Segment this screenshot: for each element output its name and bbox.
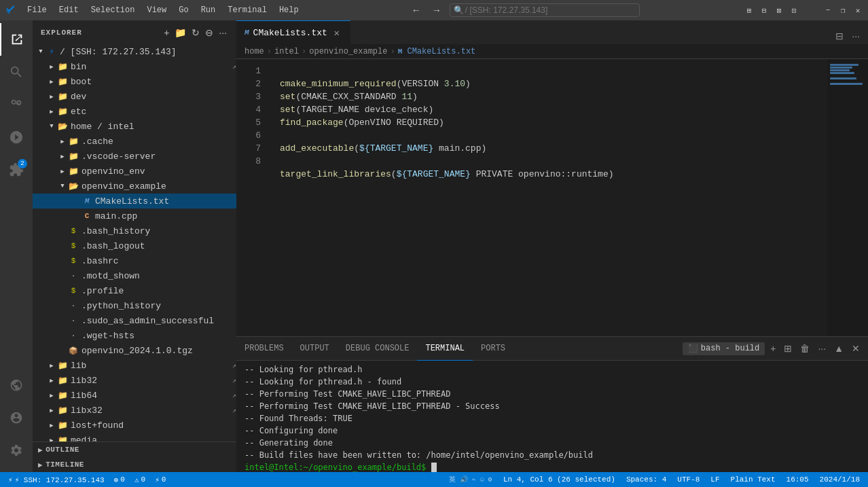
- tab-cmakelists-close[interactable]: ✕: [331, 27, 342, 38]
- window-close-button[interactable]: ✕: [853, 5, 863, 15]
- layout-button-2[interactable]: ⊟: [759, 5, 769, 15]
- new-file-button[interactable]: +: [162, 26, 170, 39]
- window-minimize-button[interactable]: −: [823, 5, 833, 15]
- tree-item-main-cpp[interactable]: ▶ C main.cpp: [33, 209, 236, 223]
- more-panel-button[interactable]: ···: [815, 340, 829, 357]
- cursor-position-status[interactable]: Ln 4, Col 6 (26 selected): [501, 472, 618, 487]
- menu-help[interactable]: Help: [274, 4, 304, 16]
- sidebar-sections: ▶ OUTLINE ▶ TIMELINE: [33, 441, 236, 472]
- tree-item-lib[interactable]: ▶ 📁 lib ↗: [33, 358, 236, 373]
- tree-item-bin[interactable]: ▶ 📁 bin ↗: [33, 59, 236, 74]
- timeline-section-header[interactable]: ▶ TIMELINE: [33, 457, 236, 472]
- split-terminal-button[interactable]: ⊞: [781, 340, 795, 357]
- encoding-status[interactable]: UTF-8: [674, 472, 702, 487]
- terminal-instance[interactable]: ⬛ bash - build: [683, 342, 765, 355]
- account-icon[interactable]: [0, 401, 33, 434]
- activity-extensions[interactable]: 2: [0, 154, 33, 186]
- tree-item-media[interactable]: ▶ 📁 media: [33, 433, 236, 441]
- tree-item-openvino-tgz[interactable]: ▶ 📦 openvino_2024.1.0.tgz: [33, 343, 236, 358]
- tree-item-sudo[interactable]: ▶ · .sudo_as_admin_successful: [33, 313, 236, 328]
- activity-run-debug[interactable]: [0, 121, 33, 154]
- collapse-all-button[interactable]: ⊖: [204, 26, 215, 39]
- panel-tab-ports[interactable]: PORTS: [473, 337, 513, 361]
- tree-item-wget[interactable]: ▶ · .wget-hsts: [33, 328, 236, 343]
- layout-button-4[interactable]: ⊡: [789, 5, 799, 15]
- tree-item-etc[interactable]: ▶ 📁 etc: [33, 104, 236, 119]
- menu-view[interactable]: View: [141, 4, 172, 16]
- panel-tab-debug-console[interactable]: DEBUG CONSOLE: [338, 337, 418, 361]
- tree-item-lost-found[interactable]: ▶ 📁 lost+found: [33, 418, 236, 433]
- menu-edit[interactable]: Edit: [54, 4, 84, 16]
- layout-button-3[interactable]: ⊠: [774, 5, 784, 15]
- more-actions-button[interactable]: ···: [217, 26, 228, 39]
- remote-info-icon: ⚡: [155, 475, 160, 484]
- tree-item-openvino-example[interactable]: ▼ 📂 openvino_example: [33, 179, 236, 194]
- tree-item-dev[interactable]: ▶ 📁 dev: [33, 89, 236, 104]
- tree-item-lib32[interactable]: ▶ 📁 lib32 ↗: [33, 373, 236, 388]
- bin-chevron: ▶: [46, 63, 57, 71]
- activity-source-control[interactable]: [0, 88, 33, 121]
- breadcrumb-cmake[interactable]: M CMakeLists.txt: [398, 47, 476, 56]
- panel-tab-terminal[interactable]: TERMINAL: [417, 337, 473, 361]
- global-search-input[interactable]: [450, 3, 640, 17]
- layout-button-1[interactable]: ⊞: [744, 5, 754, 15]
- breadcrumb-intel[interactable]: intel: [274, 47, 299, 56]
- tab-cmakelists[interactable]: M CMakeLists.txt ✕: [236, 20, 350, 44]
- menu-file[interactable]: File: [22, 4, 52, 16]
- editor-area: M CMakeLists.txt ✕ ⊟ ··· home › intel › …: [236, 20, 868, 472]
- menu-go[interactable]: Go: [173, 4, 194, 16]
- settings-icon[interactable]: [0, 434, 33, 467]
- spaces-status[interactable]: Spaces: 4: [623, 472, 669, 487]
- breadcrumb-home[interactable]: home: [245, 47, 264, 56]
- tree-item-vscode-server[interactable]: ▶ 📁 .vscode-server: [33, 149, 236, 164]
- tree-root[interactable]: ▼ ⚡ / [SSH: 172.27.35.143]: [33, 44, 236, 59]
- tree-item-openvino-env[interactable]: ▶ 📁 openvino_env: [33, 164, 236, 179]
- menu-terminal[interactable]: Terminal: [222, 4, 272, 16]
- nav-forward-button[interactable]: →: [429, 3, 444, 17]
- trash-terminal-button[interactable]: 🗑: [797, 340, 812, 357]
- tree-item-bash-history[interactable]: ▶ $ .bash_history: [33, 223, 236, 238]
- remote-icon[interactable]: [0, 369, 33, 401]
- new-folder-button[interactable]: 📁: [173, 26, 187, 39]
- maximize-panel-button[interactable]: ▲: [831, 340, 846, 357]
- remote-info-status-item[interactable]: ⚡ 0: [152, 472, 168, 487]
- tree-item-bash-logout[interactable]: ▶ $ .bash_logout: [33, 238, 236, 253]
- add-terminal-button[interactable]: +: [767, 340, 778, 357]
- tree-item-bashrc[interactable]: ▶ $ .bashrc: [33, 253, 236, 268]
- language-status[interactable]: Plain Text: [728, 472, 778, 487]
- tree-item-boot[interactable]: ▶ 📁 boot: [33, 74, 236, 89]
- more-tabs-button[interactable]: ···: [849, 28, 863, 44]
- tree-item-cmakelists[interactable]: ▶ M CMakeLists.txt: [33, 194, 236, 209]
- panel-content[interactable]: -- Looking for pthread.h -- Looking for …: [236, 361, 868, 472]
- code-editor[interactable]: cmake_minimum_required(VERSION 3.10) set…: [269, 59, 827, 336]
- window-restore-button[interactable]: ❐: [838, 5, 848, 15]
- panel-actions: ⬛ bash - build + ⊞ 🗑 ··· ▲ ✕: [677, 340, 868, 357]
- breadcrumb-openvino-example[interactable]: openvino_example: [309, 47, 387, 56]
- panel-tab-output[interactable]: OUTPUT: [292, 337, 338, 361]
- tree-item-home-intel[interactable]: ▼ 📂 home / intel: [33, 119, 236, 134]
- tree-item-libx32[interactable]: ▶ 📁 libx32 ↗: [33, 403, 236, 418]
- ssh-status-item[interactable]: ⚡ ⚡ SSH: 172.27.35.143: [5, 472, 107, 487]
- nav-back-button[interactable]: ←: [409, 3, 424, 17]
- panel-tabs: PROBLEMS OUTPUT DEBUG CONSOLE TERMINAL P…: [236, 337, 868, 361]
- file-tree: ▼ ⚡ / [SSH: 172.27.35.143] ▶ 📁 bin ↗ ▶ 📁…: [33, 44, 236, 441]
- activity-explorer[interactable]: [0, 23, 33, 56]
- tree-item-cache[interactable]: ▶ 📁 .cache: [33, 134, 236, 149]
- line-ending-status[interactable]: LF: [708, 472, 722, 487]
- warnings-status-item[interactable]: ⚠ 0: [132, 472, 148, 487]
- activity-search[interactable]: [0, 56, 33, 88]
- status-bar-right: 英 🔊 ✁ ☺ ⚙ Ln 4, Col 6 (26 selected) Spac…: [446, 472, 863, 487]
- close-panel-button[interactable]: ✕: [849, 340, 863, 357]
- outline-section-header[interactable]: ▶ OUTLINE: [33, 442, 236, 457]
- openvino-env-label: openvino_env: [82, 166, 236, 177]
- tree-item-lib64[interactable]: ▶ 📁 lib64 ↗: [33, 388, 236, 403]
- menu-run[interactable]: Run: [196, 4, 221, 16]
- errors-status-item[interactable]: ⊗ 0: [111, 472, 128, 487]
- tree-item-motd[interactable]: ▶ · .motd_shown: [33, 268, 236, 283]
- refresh-button[interactable]: ↻: [190, 26, 201, 39]
- split-editor-button[interactable]: ⊟: [833, 28, 846, 44]
- tree-item-python-history[interactable]: ▶ · .python_history: [33, 298, 236, 313]
- menu-selection[interactable]: Selection: [86, 4, 141, 16]
- panel-tab-problems[interactable]: PROBLEMS: [236, 337, 292, 361]
- tree-item-profile[interactable]: ▶ $ .profile: [33, 283, 236, 298]
